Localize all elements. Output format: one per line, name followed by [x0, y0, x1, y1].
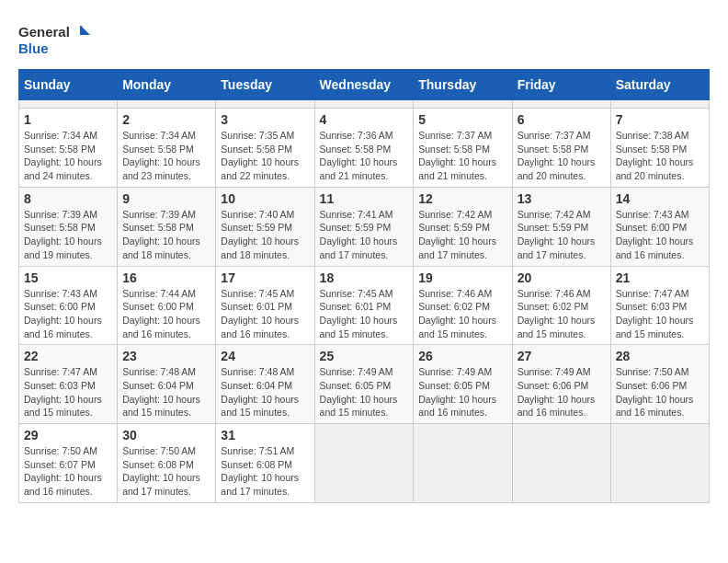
day-number: 27 — [518, 349, 606, 363]
calendar-cell — [216, 100, 314, 109]
day-info: Sunrise: 7:49 AM Sunset: 6:05 PM Dayligh… — [418, 365, 506, 419]
day-number: 8 — [24, 191, 112, 206]
day-number: 17 — [221, 270, 309, 285]
logo: General Blue — [18, 18, 92, 60]
day-info: Sunrise: 7:40 AM Sunset: 5:59 PM Dayligh… — [221, 208, 309, 262]
day-number: 13 — [518, 191, 606, 206]
day-info: Sunrise: 7:45 AM Sunset: 6:01 PM Dayligh… — [320, 287, 409, 341]
day-info: Sunrise: 7:50 AM Sunset: 6:08 PM Dayligh… — [122, 444, 210, 499]
day-number: 26 — [418, 349, 506, 363]
day-number: 12 — [418, 191, 506, 206]
calendar-header-friday: Friday — [512, 70, 610, 100]
calendar-cell — [118, 100, 216, 109]
calendar-cell — [610, 424, 709, 503]
day-info: Sunrise: 7:37 AM Sunset: 5:58 PM Dayligh… — [418, 129, 506, 183]
day-number: 30 — [122, 428, 210, 442]
calendar-header-row: SundayMondayTuesdayWednesdayThursdayFrid… — [19, 70, 710, 100]
calendar-cell: 4 Sunrise: 7:36 AM Sunset: 5:58 PM Dayli… — [314, 109, 414, 188]
calendar-header-thursday: Thursday — [414, 70, 512, 100]
day-number: 24 — [221, 349, 309, 363]
calendar-cell — [512, 100, 610, 109]
day-number: 7 — [616, 112, 704, 127]
calendar-cell: 30 Sunrise: 7:50 AM Sunset: 6:08 PM Dayl… — [118, 424, 216, 503]
day-number: 20 — [518, 270, 606, 285]
day-info: Sunrise: 7:44 AM Sunset: 6:00 PM Dayligh… — [122, 287, 210, 341]
day-number: 25 — [320, 349, 409, 363]
calendar-cell: 9 Sunrise: 7:39 AM Sunset: 5:58 PM Dayli… — [118, 187, 216, 266]
calendar-cell: 17 Sunrise: 7:45 AM Sunset: 6:01 PM Dayl… — [216, 266, 314, 345]
calendar-cell: 2 Sunrise: 7:34 AM Sunset: 5:58 PM Dayli… — [118, 109, 216, 188]
calendar-cell: 24 Sunrise: 7:48 AM Sunset: 6:04 PM Dayl… — [216, 345, 314, 424]
day-number: 3 — [221, 112, 309, 127]
calendar-cell: 20 Sunrise: 7:46 AM Sunset: 6:02 PM Dayl… — [512, 266, 610, 345]
calendar-cell: 13 Sunrise: 7:42 AM Sunset: 5:59 PM Dayl… — [512, 187, 610, 266]
day-info: Sunrise: 7:34 AM Sunset: 5:58 PM Dayligh… — [122, 129, 210, 183]
day-info: Sunrise: 7:45 AM Sunset: 6:01 PM Dayligh… — [221, 287, 309, 341]
calendar-cell: 16 Sunrise: 7:44 AM Sunset: 6:00 PM Dayl… — [118, 266, 216, 345]
day-info: Sunrise: 7:35 AM Sunset: 5:58 PM Dayligh… — [221, 129, 309, 183]
day-number: 31 — [221, 428, 309, 442]
day-number: 10 — [221, 191, 309, 206]
day-info: Sunrise: 7:36 AM Sunset: 5:58 PM Dayligh… — [320, 129, 409, 183]
svg-text:Blue: Blue — [18, 40, 49, 56]
calendar-cell — [414, 100, 512, 109]
day-info: Sunrise: 7:42 AM Sunset: 5:59 PM Dayligh… — [518, 208, 606, 262]
calendar-cell: 11 Sunrise: 7:41 AM Sunset: 5:59 PM Dayl… — [314, 187, 414, 266]
calendar-week-1 — [19, 100, 710, 109]
calendar-cell: 7 Sunrise: 7:38 AM Sunset: 5:58 PM Dayli… — [610, 109, 709, 188]
calendar-cell: 26 Sunrise: 7:49 AM Sunset: 6:05 PM Dayl… — [414, 345, 512, 424]
calendar-cell: 25 Sunrise: 7:49 AM Sunset: 6:05 PM Dayl… — [314, 345, 414, 424]
calendar-header-wednesday: Wednesday — [314, 70, 414, 100]
calendar-cell: 27 Sunrise: 7:49 AM Sunset: 6:06 PM Dayl… — [512, 345, 610, 424]
day-info: Sunrise: 7:42 AM Sunset: 5:59 PM Dayligh… — [418, 208, 506, 262]
day-info: Sunrise: 7:49 AM Sunset: 6:06 PM Dayligh… — [518, 365, 606, 419]
calendar-cell: 3 Sunrise: 7:35 AM Sunset: 5:58 PM Dayli… — [216, 109, 314, 188]
calendar-week-6: 29 Sunrise: 7:50 AM Sunset: 6:07 PM Dayl… — [19, 424, 710, 503]
day-number: 19 — [418, 270, 506, 285]
calendar-cell: 6 Sunrise: 7:37 AM Sunset: 5:58 PM Dayli… — [512, 109, 610, 188]
calendar-header-monday: Monday — [118, 70, 216, 100]
calendar-header-saturday: Saturday — [610, 70, 709, 100]
day-info: Sunrise: 7:39 AM Sunset: 5:58 PM Dayligh… — [24, 208, 112, 262]
calendar-cell: 28 Sunrise: 7:50 AM Sunset: 6:06 PM Dayl… — [610, 345, 709, 424]
calendar-cell: 31 Sunrise: 7:51 AM Sunset: 6:08 PM Dayl… — [216, 424, 314, 503]
day-info: Sunrise: 7:43 AM Sunset: 6:00 PM Dayligh… — [24, 287, 112, 341]
calendar-cell: 23 Sunrise: 7:48 AM Sunset: 6:04 PM Dayl… — [118, 345, 216, 424]
calendar-cell: 21 Sunrise: 7:47 AM Sunset: 6:03 PM Dayl… — [610, 266, 709, 345]
day-number: 2 — [122, 112, 210, 127]
day-number: 1 — [24, 112, 112, 127]
calendar-cell: 14 Sunrise: 7:43 AM Sunset: 6:00 PM Dayl… — [610, 187, 709, 266]
day-info: Sunrise: 7:50 AM Sunset: 6:07 PM Dayligh… — [24, 444, 112, 499]
calendar-cell: 22 Sunrise: 7:47 AM Sunset: 6:03 PM Dayl… — [19, 345, 118, 424]
calendar-header-sunday: Sunday — [19, 70, 118, 100]
calendar-table: SundayMondayTuesdayWednesdayThursdayFrid… — [18, 69, 710, 503]
day-info: Sunrise: 7:46 AM Sunset: 6:02 PM Dayligh… — [418, 287, 506, 341]
calendar-cell: 12 Sunrise: 7:42 AM Sunset: 5:59 PM Dayl… — [414, 187, 512, 266]
header: General Blue — [18, 18, 710, 60]
day-info: Sunrise: 7:37 AM Sunset: 5:58 PM Dayligh… — [518, 129, 606, 183]
calendar-cell — [414, 424, 512, 503]
day-number: 5 — [418, 112, 506, 127]
day-info: Sunrise: 7:38 AM Sunset: 5:58 PM Dayligh… — [616, 129, 704, 183]
calendar-cell — [512, 424, 610, 503]
day-number: 11 — [320, 191, 409, 206]
calendar-week-5: 22 Sunrise: 7:47 AM Sunset: 6:03 PM Dayl… — [19, 345, 710, 424]
day-info: Sunrise: 7:47 AM Sunset: 6:03 PM Dayligh… — [24, 365, 112, 419]
calendar-cell: 18 Sunrise: 7:45 AM Sunset: 6:01 PM Dayl… — [314, 266, 414, 345]
calendar-cell — [610, 100, 709, 109]
day-info: Sunrise: 7:34 AM Sunset: 5:58 PM Dayligh… — [24, 129, 112, 183]
day-info: Sunrise: 7:48 AM Sunset: 6:04 PM Dayligh… — [221, 365, 309, 419]
day-info: Sunrise: 7:41 AM Sunset: 5:59 PM Dayligh… — [320, 208, 409, 262]
day-number: 18 — [320, 270, 409, 285]
day-number: 4 — [320, 112, 409, 127]
svg-marker-2 — [81, 26, 90, 35]
day-info: Sunrise: 7:46 AM Sunset: 6:02 PM Dayligh… — [518, 287, 606, 341]
day-number: 28 — [616, 349, 704, 363]
day-info: Sunrise: 7:48 AM Sunset: 6:04 PM Dayligh… — [122, 365, 210, 419]
day-info: Sunrise: 7:49 AM Sunset: 6:05 PM Dayligh… — [320, 365, 409, 419]
calendar-cell: 5 Sunrise: 7:37 AM Sunset: 5:58 PM Dayli… — [414, 109, 512, 188]
svg-text:General: General — [18, 24, 70, 40]
day-info: Sunrise: 7:50 AM Sunset: 6:06 PM Dayligh… — [616, 365, 704, 419]
calendar-cell — [19, 100, 118, 109]
day-number: 14 — [616, 191, 704, 206]
